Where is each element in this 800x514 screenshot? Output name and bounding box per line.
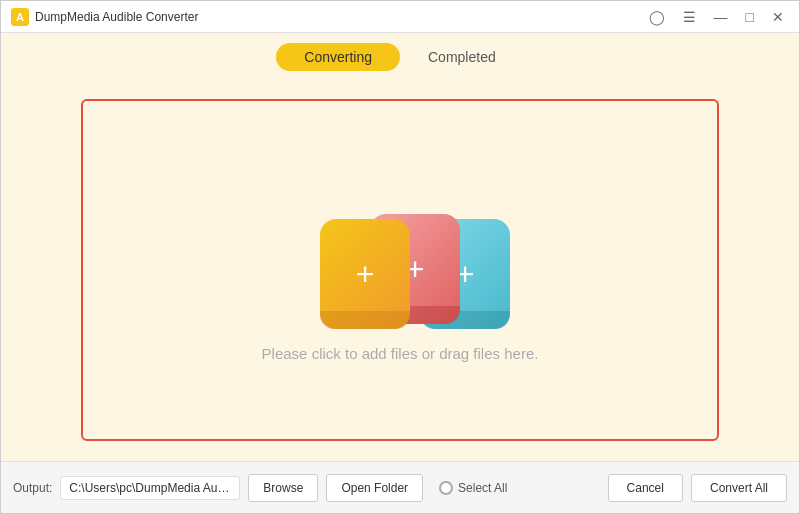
tab-completed[interactable]: Completed [400, 43, 524, 71]
menu-button[interactable]: ☰ [678, 8, 701, 26]
title-bar: A DumpMedia Audible Converter ◯ ☰ — □ ✕ [1, 1, 799, 33]
select-all-area[interactable]: Select All [439, 481, 507, 495]
title-controls: ◯ ☰ — □ ✕ [644, 8, 789, 26]
drop-hint: Please click to add files or drag files … [262, 345, 539, 362]
select-all-radio[interactable] [439, 481, 453, 495]
select-all-label[interactable]: Select All [458, 481, 507, 495]
browse-button[interactable]: Browse [248, 474, 318, 502]
app-icon: A [11, 8, 29, 26]
maximize-button[interactable]: □ [741, 8, 759, 26]
account-button[interactable]: ◯ [644, 8, 670, 26]
tab-bar: Converting Completed [1, 33, 799, 79]
main-content: + + + Please click to add files or drag … [1, 79, 799, 461]
bottom-bar: Output: C:\Users\pc\DumpMedia AudioBook … [1, 461, 799, 513]
close-button[interactable]: ✕ [767, 8, 789, 26]
cancel-button[interactable]: Cancel [608, 474, 683, 502]
spine-orange [320, 311, 410, 329]
output-path: C:\Users\pc\DumpMedia AudioBook Converte [60, 476, 240, 500]
tab-converting[interactable]: Converting [276, 43, 400, 71]
minimize-button[interactable]: — [709, 8, 733, 26]
title-text: DumpMedia Audible Converter [35, 10, 198, 24]
drop-zone[interactable]: + + + Please click to add files or drag … [81, 99, 719, 441]
title-left: A DumpMedia Audible Converter [11, 8, 198, 26]
book-icon-orange: + [320, 219, 410, 329]
plus-orange: + [356, 258, 375, 290]
output-label: Output: [13, 481, 52, 495]
convert-all-button[interactable]: Convert All [691, 474, 787, 502]
svg-text:A: A [16, 11, 24, 23]
open-folder-button[interactable]: Open Folder [326, 474, 423, 502]
book-icons: + + + [300, 179, 500, 329]
